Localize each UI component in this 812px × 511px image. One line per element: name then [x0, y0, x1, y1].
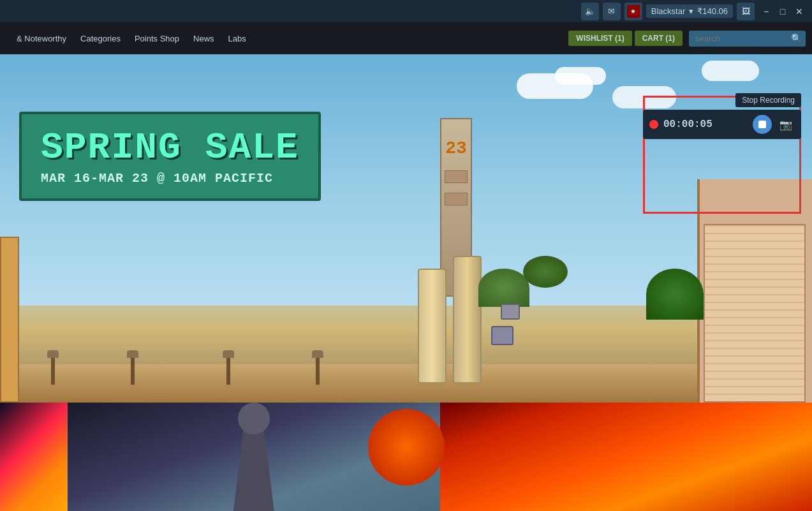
screenshot-icon[interactable]: 🖼	[737, 3, 755, 20]
stop-recording-button[interactable]: Stop Recording	[735, 93, 801, 107]
window-controls: − □ ✕	[758, 4, 807, 19]
game-thumb-3[interactable]	[440, 403, 813, 511]
stop-icon	[758, 121, 766, 128]
recording-stop-button[interactable]	[753, 115, 772, 134]
building-right-brick	[704, 224, 806, 403]
nav-item-labs[interactable]: Labs	[222, 30, 253, 47]
ac-unit-2	[491, 326, 513, 345]
main-content: 23 SPRING SALE MAR 16-MAR 23 @ 10AM PACI…	[0, 54, 812, 511]
tower-window-row2	[445, 193, 468, 205]
username-display[interactable]: Blackstar ▾ ₹140.06	[646, 4, 733, 18]
game-art-3	[440, 403, 813, 511]
wishlist-cart-group: WISHLIST (1) CART (1)	[568, 31, 683, 46]
tree-3	[646, 269, 704, 320]
balance-label: ₹140.06	[697, 6, 728, 16]
cloud-2	[555, 67, 606, 85]
avatar-icon[interactable]: ★	[624, 3, 642, 20]
ac-unit-1	[501, 304, 520, 320]
spring-sale-date: MAR 16-MAR 23 @ 10AM PACIFIC	[41, 171, 299, 186]
spring-sale-banner: SPRING SALE MAR 16-MAR 23 @ 10AM PACIFIC	[19, 112, 321, 201]
soldier-head	[238, 403, 270, 434]
soldier-body	[228, 428, 279, 511]
tower-number: 23	[445, 138, 467, 158]
tree-1	[478, 269, 529, 307]
ground	[0, 364, 812, 403]
close-button[interactable]: ✕	[792, 4, 807, 19]
sun-circle	[440, 409, 445, 485]
mail-icon[interactable]: ✉	[603, 3, 621, 20]
tower-window-row1	[445, 170, 468, 183]
game-art-1	[0, 403, 68, 511]
username-label: Blackstar	[651, 6, 685, 16]
lamp-3-head	[223, 350, 234, 358]
search-icon: 🔍	[791, 33, 802, 43]
recording-controls: 00:00:05 📷	[643, 110, 801, 139]
user-avatar: ★	[627, 5, 640, 18]
tree-2	[523, 256, 568, 288]
nav-item-categories[interactable]: Categories	[74, 30, 127, 47]
recording-indicator	[649, 120, 658, 129]
minimize-button[interactable]: −	[758, 4, 774, 19]
titlebar: 🔈 ✉ ★ Blackstar ▾ ₹140.06 🖼 − □ ✕	[0, 0, 812, 22]
silo-left	[418, 269, 447, 383]
lamp-2-head	[127, 350, 138, 358]
cart-button[interactable]: CART (1)	[635, 31, 683, 46]
recording-timer: 00:00:05	[663, 119, 748, 130]
search-input[interactable]	[689, 31, 791, 47]
silo-right	[453, 256, 482, 383]
nav-item-noteworthy[interactable]: & Noteworthy	[10, 30, 73, 47]
spring-sale-title: SPRING SALE	[41, 127, 299, 168]
nav-item-news[interactable]: News	[187, 30, 221, 47]
balance-separator: ▾	[689, 6, 693, 16]
camera-icon: 📷	[779, 119, 792, 131]
nav-item-points-shop[interactable]: Points Shop	[128, 30, 186, 47]
lamp-1-head	[47, 350, 59, 358]
nav-links: & Noteworthy Categories Points Shop News…	[10, 30, 253, 47]
game-thumb-1[interactable]	[0, 403, 68, 511]
building-far-left	[0, 237, 19, 403]
recording-camera-button[interactable]: 📷	[777, 115, 795, 133]
cloud-4	[702, 61, 759, 81]
speaker-icon[interactable]: 🔈	[581, 3, 599, 20]
lamp-4-head	[312, 350, 323, 358]
wishlist-button[interactable]: WISHLIST (1)	[568, 31, 631, 46]
maximize-button[interactable]: □	[775, 4, 790, 19]
navigation-bar: & Noteworthy Categories Points Shop News…	[0, 22, 812, 54]
brick-pattern	[705, 225, 804, 401]
game-thumbnails	[0, 403, 812, 511]
search-wrapper: 🔍	[689, 31, 806, 47]
